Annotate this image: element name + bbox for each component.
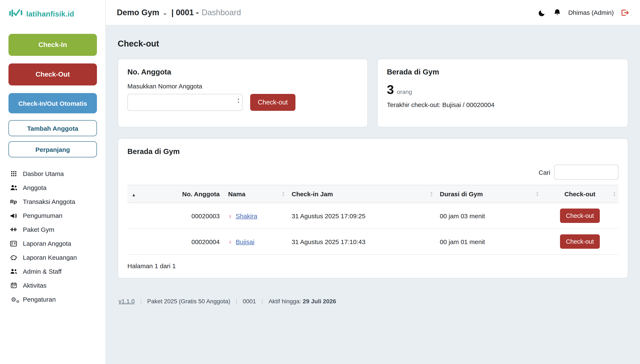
brand-logo[interactable]: latihanfisik.id — [9, 8, 97, 20]
rupiah-icon: Rp — [9, 198, 18, 204]
sidebar-item-settings[interactable]: ⚙⚙ Pengaturan — [9, 292, 97, 306]
row-index-cell — [127, 229, 177, 254]
table-header-row: ▲ No. Anggota Nama ▲▼ Check-in Jam ▲▼ — [127, 185, 618, 203]
megaphone-icon — [9, 212, 18, 218]
app-root: latihanfisik.id Check-In Check-Out Check… — [0, 0, 640, 364]
gym-code-footer: 0001 — [243, 298, 256, 304]
sort-asc-icon: ▲ — [132, 192, 136, 197]
active-until: Aktif hingga: 29 Juli 2026 — [269, 298, 336, 304]
search-label: Cari — [539, 168, 550, 176]
member-checkout-button[interactable]: Check-out — [250, 94, 295, 111]
duration-cell: 00 jam 03 menit — [436, 203, 541, 229]
sidebar-item-member-reports[interactable]: Laporan Anggota — [9, 236, 97, 250]
members-table: ▲ No. Anggota Nama ▲▼ Check-in Jam ▲▼ — [127, 185, 618, 255]
sidebar-item-announcements[interactable]: Pengumuman — [9, 208, 97, 222]
column-header-member-no[interactable]: No. Anggota — [177, 185, 224, 203]
sidebar: latihanfisik.id Check-In Check-Out Check… — [0, 0, 106, 364]
female-icon: ♀ — [228, 213, 232, 219]
sidebar-item-label: Laporan Anggota — [23, 240, 71, 247]
column-header-checkin[interactable]: Check-in Jam ▲▼ — [287, 185, 436, 203]
member-number-input[interactable] — [127, 94, 243, 111]
logout-icon[interactable] — [620, 9, 629, 16]
page-name: Dashboard — [202, 8, 241, 17]
sidebar-menu: Dasbor Utama Anggota Rp Transaksi Anggot… — [9, 167, 97, 306]
renew-button[interactable]: Perpanjang — [9, 141, 97, 157]
content: Check-out No. Anggota Masukkan Nomor Ang… — [106, 26, 640, 317]
add-member-button[interactable]: Tambah Anggota — [9, 120, 97, 136]
occupancy-count: 3 — [387, 82, 394, 97]
member-name-link[interactable]: Shakira — [236, 212, 257, 219]
row-action-cell: Check-out — [541, 203, 618, 229]
id-card-icon — [9, 240, 18, 246]
column-header-checkout[interactable]: Check-out ▲▼ — [541, 185, 618, 203]
breadcrumb: Demo Gym ⌄ | 0001 - Dashboard — [117, 8, 241, 17]
footer-separator: | — [140, 298, 142, 304]
dark-mode-moon-icon[interactable] — [538, 8, 547, 17]
topbar-actions: Dhimas (Admin) — [538, 8, 629, 17]
member-name-cell: ♀ Bujisai — [224, 229, 287, 254]
female-icon: ♀ — [228, 239, 232, 245]
row-checkout-button[interactable]: Check-out — [560, 208, 600, 223]
table-row: 00020004 ♀ Bujisai 31 Agustus 2025 17:10… — [127, 229, 618, 254]
sidebar-item-label: Transaksi Anggota — [23, 198, 75, 205]
sort-index-header[interactable]: ▲ — [127, 185, 177, 203]
gym-code: | 0001 - — [171, 8, 199, 17]
footer-separator: | — [261, 298, 263, 304]
checkin-time-cell: 31 Agustus 2025 17:09:25 — [287, 203, 436, 229]
sidebar-item-gym-packages[interactable]: Paket Gym — [9, 222, 97, 236]
row-checkout-button[interactable]: Check-out — [560, 234, 600, 249]
sidebar-item-label: Dasbor Utama — [23, 170, 64, 177]
version-link[interactable]: v1.1.0 — [119, 298, 135, 304]
search-input[interactable] — [554, 164, 618, 180]
member-no-cell: 00020004 — [177, 229, 224, 254]
last-checkout-text: Terakhir check-out: Bujisai / 00020004 — [387, 101, 618, 108]
auto-checkinout-button[interactable]: Check-In/Out Otomatis — [9, 93, 97, 113]
main-area: Demo Gym ⌄ | 0001 - Dashboard Dhima — [106, 0, 640, 364]
checkin-button[interactable]: Check-In — [9, 34, 97, 56]
duration-cell: 00 jam 01 menit — [436, 229, 541, 254]
occupancy-unit: orang — [397, 88, 412, 95]
table-card-title: Berada di Gym — [127, 147, 618, 156]
member-no-cell: 00020003 — [177, 203, 224, 229]
member-card-title: No. Anggota — [127, 68, 358, 76]
occupancy-card: Berada di Gym 3 orang Terakhir check-out… — [377, 59, 628, 127]
checkout-button[interactable]: Check-Out — [9, 64, 97, 86]
latihanfisik-logo-icon — [9, 8, 23, 20]
sidebar-item-label: Admin & Staff — [23, 268, 62, 275]
sidebar-item-label: Anggota — [23, 184, 47, 191]
sidebar-item-label: Laporan Keuangan — [23, 254, 77, 261]
sort-both-icon: ▲▼ — [613, 191, 616, 197]
active-date: 29 Juli 2026 — [303, 298, 336, 304]
gym-members-table-card: Berada di Gym Cari ▲ No. Anggota Na — [118, 138, 628, 278]
gym-name: Demo Gym — [117, 8, 159, 17]
footer-separator: | — [236, 298, 237, 304]
sidebar-item-label: Paket Gym — [23, 226, 54, 233]
sidebar-item-label: Pengumuman — [23, 212, 63, 219]
piggy-bank-icon — [9, 254, 18, 260]
sidebar-item-transactions[interactable]: Rp Transaksi Anggota — [9, 194, 97, 208]
notifications-bell-icon[interactable] — [553, 8, 561, 16]
row-index-cell — [127, 203, 177, 229]
sidebar-item-label: Pengaturan — [23, 296, 56, 303]
sort-both-icon: ▲▼ — [536, 191, 539, 197]
sort-both-icon: ▲▼ — [430, 191, 433, 197]
sidebar-item-dashboard[interactable]: Dasbor Utama — [9, 167, 97, 181]
top-cards: No. Anggota Masukkan Nomor Anggota ▴▾ Ch… — [118, 59, 628, 127]
page-title: Check-out — [118, 39, 628, 49]
footer: v1.1.0 | Paket 2025 (Gratis 50 Anggota) … — [118, 297, 628, 317]
sidebar-item-admin-staff[interactable]: Admin & Staff — [9, 264, 97, 278]
column-header-duration[interactable]: Durasi di Gym ▲▼ — [436, 185, 541, 203]
sidebar-item-activity[interactable]: Aktivitas — [9, 278, 97, 292]
checkin-time-cell: 31 Agustus 2025 17:10:43 — [287, 229, 436, 254]
member-name-link[interactable]: Bujisai — [236, 238, 254, 245]
chevron-down-icon[interactable]: ⌄ — [162, 10, 168, 14]
number-spinner-icon[interactable]: ▴▾ — [238, 97, 239, 104]
pagination-info: Halaman 1 dari 1 — [127, 262, 618, 270]
sidebar-item-members[interactable]: Anggota — [9, 181, 97, 194]
member-number-card: No. Anggota Masukkan Nomor Anggota ▴▾ Ch… — [118, 59, 368, 127]
package-info: Paket 2025 (Gratis 50 Anggota) — [147, 298, 230, 304]
staff-icon — [9, 268, 18, 274]
sidebar-item-finance-reports[interactable]: Laporan Keuangan — [9, 250, 97, 264]
column-header-name[interactable]: Nama ▲▼ — [224, 185, 287, 203]
people-icon — [9, 184, 18, 191]
